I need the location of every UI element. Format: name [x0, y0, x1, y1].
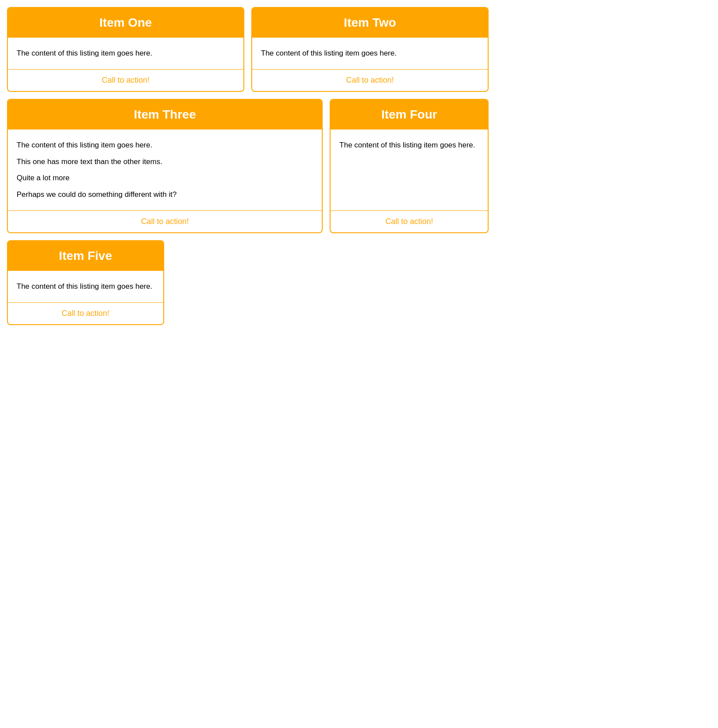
card-item-three: Item Three The content of this listing i… — [7, 99, 323, 233]
card-content-item-three-p1: The content of this listing item goes he… — [17, 140, 313, 150]
card-content-item-one-p1: The content of this listing item goes he… — [17, 48, 235, 59]
card-body-item-three: The content of this listing item goes he… — [8, 130, 322, 210]
card-cta-item-one[interactable]: Call to action! — [102, 76, 149, 85]
card-footer-item-one: Call to action! — [8, 69, 243, 91]
card-cta-item-five[interactable]: Call to action! — [62, 309, 109, 318]
card-footer-item-five: Call to action! — [8, 302, 163, 324]
card-title-item-five: Item Five — [59, 249, 112, 262]
card-content-item-three-p2: This one has more text than the other it… — [17, 157, 313, 167]
row-1: Item One The content of this listing ite… — [7, 7, 489, 92]
card-body-item-four: The content of this listing item goes he… — [331, 130, 488, 210]
card-cta-item-three[interactable]: Call to action! — [141, 217, 189, 226]
card-title-item-four: Item Four — [381, 108, 437, 121]
card-content-item-five-p1: The content of this listing item goes he… — [17, 281, 155, 292]
card-content-item-three-p4: Perhaps we could do something different … — [17, 189, 313, 200]
card-body-item-two: The content of this listing item goes he… — [252, 38, 488, 69]
card-content-item-three-p3: Quite a lot more — [17, 173, 313, 183]
card-footer-item-three: Call to action! — [8, 210, 322, 232]
card-item-four: Item Four The content of this listing it… — [330, 99, 489, 233]
card-footer-item-two: Call to action! — [252, 69, 488, 91]
row-2: Item Three The content of this listing i… — [7, 99, 489, 233]
card-content-item-two-p1: The content of this listing item goes he… — [261, 48, 479, 59]
row-3: Item Five The content of this listing it… — [7, 240, 489, 325]
card-item-five: Item Five The content of this listing it… — [7, 240, 164, 325]
card-item-one: Item One The content of this listing ite… — [7, 7, 244, 92]
card-header-item-four: Item Four — [331, 100, 488, 130]
card-body-item-one: The content of this listing item goes he… — [8, 38, 243, 69]
card-footer-item-four: Call to action! — [331, 210, 488, 232]
card-body-item-five: The content of this listing item goes he… — [8, 271, 163, 302]
card-header-item-two: Item Two — [252, 8, 488, 38]
card-header-item-five: Item Five — [8, 241, 163, 271]
card-grid: Item One The content of this listing ite… — [7, 7, 489, 325]
card-cta-item-two[interactable]: Call to action! — [346, 76, 394, 85]
card-cta-item-four[interactable]: Call to action! — [385, 217, 433, 226]
card-title-item-one: Item One — [99, 16, 152, 29]
card-title-item-three: Item Three — [134, 108, 196, 121]
card-title-item-two: Item Two — [344, 16, 396, 29]
card-header-item-one: Item One — [8, 8, 243, 38]
card-item-two: Item Two The content of this listing ite… — [251, 7, 489, 92]
card-header-item-three: Item Three — [8, 100, 322, 130]
card-content-item-four-p1: The content of this listing item goes he… — [339, 140, 479, 150]
